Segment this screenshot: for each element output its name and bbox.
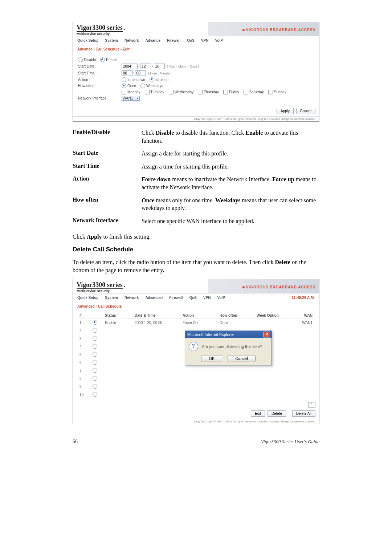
month-input[interactable] [140,64,151,69]
close-icon[interactable]: ✕ [264,332,270,337]
row-radio[interactable] [93,328,97,333]
start-date-label: Start Date : [78,64,122,68]
menu2-vpn[interactable]: VPN [203,296,211,300]
menu-qos[interactable]: QoS [187,39,195,42]
disable-option[interactable]: Disable [78,57,96,62]
row-radio[interactable] [93,392,97,397]
date-hint: ( Year - Month - Date ) [167,65,199,68]
tagline-dot-icon-2 [242,286,245,288]
network-interface-label: Network Interface [78,96,122,100]
main-menu: Quick Setup System Network Advance Firew… [73,36,319,45]
section-title-list: Advanced - Call Schedule [73,302,319,310]
force-on-option[interactable]: force on [150,77,168,82]
apply-instruction: Click Apply to finish this setting. [73,233,319,241]
row-radio[interactable] [93,384,97,389]
main-menu-2: Quick Setup System Network Advanced Fire… [73,293,319,302]
dialog-ok-button[interactable]: OK [201,356,222,361]
year-input[interactable] [122,64,138,69]
table-row: 10 [77,391,315,399]
row-radio[interactable] [93,336,97,341]
menu2-advanced[interactable]: Advanced [145,296,163,300]
router-logo-sub: MultiService Security [77,32,110,36]
dialog-title: Microsoft Internet Explorer [187,332,234,337]
router-logo-2: Vigor3300 series [77,281,123,289]
day-thursday[interactable]: Thursday [198,90,219,94]
menu-system[interactable]: System [105,39,118,42]
term-enable: Enable/Disable [73,129,142,145]
network-interface-select[interactable]: WAN1▾ [122,96,140,101]
table-row: 7 [77,367,315,375]
table-row: 8 [77,375,315,383]
row-radio[interactable] [93,368,97,373]
clock: 11:49:26 A.M. [291,296,315,300]
col-status: Status [103,312,132,319]
row-radio[interactable] [93,344,97,349]
menu-network[interactable]: Network [124,39,139,42]
menu2-firewall[interactable]: Firewall [169,296,183,300]
force-down-option[interactable]: force down [122,77,145,82]
minute-input[interactable] [135,70,146,76]
col-num: # [77,312,90,319]
col-datetime: Date & Time [132,312,180,319]
row-radio[interactable] [93,352,97,357]
desc-start-date: Assign a date for starting this profile. [142,150,319,158]
copyright-1: DrayTek Corp. © 1997 - 2004 All rights r… [73,116,319,121]
day-sunday[interactable]: Sunday [268,90,286,94]
weekdays-option[interactable]: Weekdays [140,84,163,88]
edit-button[interactable]: Edit [251,410,265,417]
menu2-system[interactable]: System [105,296,118,300]
day-tuesday[interactable]: Tuesday [145,90,164,94]
dialog-message: Are you sure of deleting this item? [202,344,262,349]
page-number[interactable]: 1 [308,402,315,408]
term-network-interface: Network Interface [73,217,142,225]
hour-input[interactable] [122,70,132,76]
desc-how-often: Once means only for one time. Weekdays m… [142,197,319,212]
dialog-cancel-button[interactable]: Cancel [228,356,255,361]
delete-all-button[interactable]: Delete All [292,410,315,417]
question-icon: ? [189,342,198,351]
how-often-label: How often : [78,84,122,88]
delete-button[interactable]: Delete [268,410,286,417]
enable-option[interactable]: Enable [100,57,117,62]
once-option[interactable]: Once [122,84,136,88]
router-header-2: Vigor3300 series . MultiService Security… [73,279,319,293]
menu-voip[interactable]: VoIP [215,39,222,42]
schedule-table: # Status Date & Time Action How often We… [77,312,315,399]
copyright-2: DrayTek Corp. © 1997 - 2005 All rights r… [73,419,319,424]
day-monday[interactable]: Monday [122,90,140,94]
term-how-often: How often [73,197,142,212]
col-action: Action [180,312,217,319]
menu-advance[interactable]: Advance [145,39,160,42]
day-wednesday[interactable]: Wednesday [169,90,194,94]
row-radio-1[interactable] [93,320,97,325]
page-footer: 66 Vigor3300 Series User's Guide [73,439,319,445]
tagline-2: VIGOROUS BROADBAND ACCESS [242,285,315,289]
router-logo: Vigor3300 series [77,24,123,32]
day-saturday[interactable]: Saturday [244,90,264,94]
day-friday[interactable]: Friday [223,90,239,94]
menu2-voip[interactable]: VoIP [217,296,225,300]
menu2-quick-setup[interactable]: Quick Setup [77,296,98,300]
delete-heading: Delete Call Schedule [73,246,319,253]
menu-firewall[interactable]: Firewall [167,39,180,42]
menu2-qos[interactable]: QoS [189,296,197,300]
day-input[interactable] [154,64,165,69]
delete-instruction: To delete an item, click the radio butto… [73,258,319,274]
tagline: VIGOROUS BROADBAND ACCESS [242,28,315,32]
row-radio[interactable] [93,360,97,365]
cancel-button[interactable]: Cancel [296,108,315,114]
section-title-edit: Advance - Call Schedule - Edit [73,45,319,53]
apply-button[interactable]: Apply [277,108,294,114]
time-hint: ( Hour : Minute ) [148,72,172,75]
menu2-network[interactable]: Network [124,296,139,300]
menu-vpn[interactable]: VPN [201,39,209,42]
col-wan: WAN [292,312,315,319]
term-start-time: Start Time [73,163,142,171]
col-howoften: How often [217,312,254,319]
desc-network-interface: Select one specific WAN interface to be … [142,217,319,225]
router-logo-sub-2: MultiService Security [77,289,110,293]
row-radio[interactable] [93,376,97,381]
menu-quick-setup[interactable]: Quick Setup [77,39,98,42]
desc-enable: Click Disable to disable this function. … [142,129,319,145]
tagline-dot-icon [242,29,245,31]
